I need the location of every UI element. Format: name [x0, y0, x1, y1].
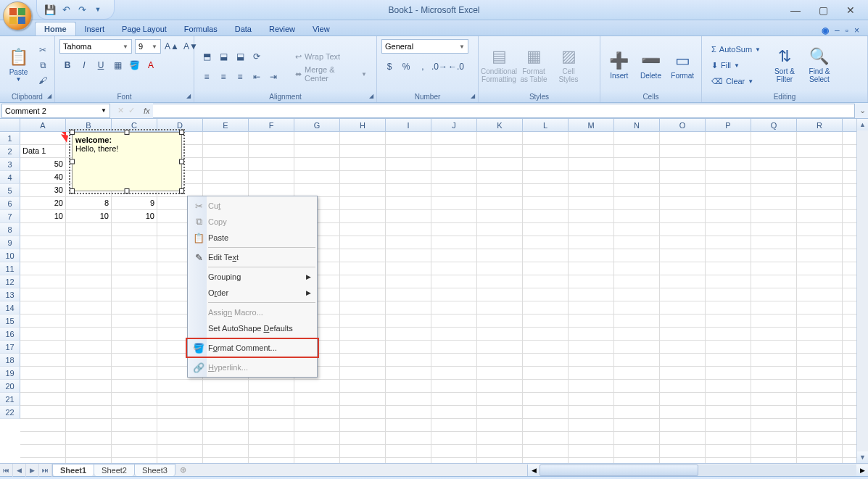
col-header-G[interactable]: G — [294, 119, 340, 131]
scroll-right-icon[interactable]: ▶ — [856, 465, 868, 476]
fill-button[interactable]: ⬇Fill▼ — [706, 58, 766, 72]
row-header-18[interactable]: 18 — [0, 354, 20, 367]
comma-button[interactable]: , — [415, 59, 431, 74]
row-header-15[interactable]: 15 — [0, 315, 20, 328]
autosum-button[interactable]: ΣAutoSum▼ — [706, 42, 766, 57]
minimize-ribbon-icon[interactable]: – — [835, 25, 840, 36]
col-header-C[interactable]: C — [112, 119, 157, 131]
resize-handle[interactable] — [70, 130, 75, 135]
restore-workbook-icon[interactable]: ▫ — [846, 25, 848, 36]
row-header-7[interactable]: 7 — [0, 210, 20, 223]
sheet-tab-3[interactable]: Sheet3 — [134, 464, 175, 476]
resize-handle[interactable] — [179, 130, 184, 135]
menu-edit-text[interactable]: ✎Edit Text — [188, 249, 317, 265]
resize-handle[interactable] — [179, 188, 184, 193]
enter-formula-icon[interactable]: ✓ — [128, 106, 135, 115]
cell-A5[interactable]: 30 — [20, 184, 65, 196]
col-header-P[interactable]: P — [706, 119, 751, 131]
col-header-A[interactable]: A — [20, 119, 66, 131]
menu-hyperlink[interactable]: 🔗Hyperlink... — [188, 359, 317, 375]
number-format-combo[interactable]: General▼ — [381, 39, 468, 54]
decrease-indent-button[interactable]: ⇤ — [249, 70, 265, 84]
minimize-button[interactable]: — — [788, 4, 803, 16]
sort-filter-button[interactable]: ⇅Sort & Filter — [769, 41, 801, 89]
format-cells-button[interactable]: ▭Format — [668, 41, 697, 89]
row-header-12[interactable]: 12 — [0, 275, 20, 288]
row-header-13[interactable]: 13 — [0, 288, 20, 301]
tab-home[interactable]: Home — [35, 22, 76, 36]
align-middle-button[interactable]: ⬓ — [215, 49, 231, 64]
border-button[interactable]: ▦ — [109, 58, 125, 72]
delete-cells-button[interactable]: ➖Delete — [637, 41, 666, 89]
format-as-table-button[interactable]: ▦Format as Table — [518, 41, 550, 89]
copy-button[interactable]: ⧉ — [36, 59, 50, 72]
number-launcher-icon[interactable]: ◢ — [471, 93, 475, 99]
col-header-F[interactable]: F — [249, 119, 294, 131]
qat-customize-icon[interactable]: ▼ — [92, 4, 104, 15]
resize-handle[interactable] — [125, 130, 130, 135]
align-right-button[interactable]: ≡ — [232, 70, 248, 84]
formula-input[interactable] — [153, 104, 855, 118]
row-header-21[interactable]: 21 — [0, 393, 20, 406]
comment-box[interactable]: welcome: Hello, there! — [72, 132, 182, 191]
menu-grouping[interactable]: Grouping▶ — [188, 269, 317, 285]
office-button[interactable] — [3, 1, 32, 30]
increase-indent-button[interactable]: ⇥ — [265, 70, 281, 84]
tab-formulas[interactable]: Formulas — [175, 22, 226, 36]
expand-formula-bar-icon[interactable]: ⌄ — [856, 106, 868, 115]
row-header-4[interactable]: 4 — [0, 171, 20, 184]
resize-handle[interactable] — [125, 188, 130, 193]
spreadsheet-grid[interactable]: ABCDEFGHIJKLMNOPQR 123456789101112131415… — [0, 119, 868, 463]
col-header-J[interactable]: J — [431, 119, 477, 131]
menu-assign-macro[interactable]: Assign Macro... — [188, 304, 317, 320]
vertical-scrollbar[interactable]: ▲ ▼ — [856, 119, 868, 463]
help-icon[interactable]: ◉ — [822, 25, 829, 36]
format-painter-button[interactable]: 🖌 — [36, 74, 50, 87]
maximize-button[interactable]: ▢ — [816, 4, 830, 16]
col-header-N[interactable]: N — [614, 119, 660, 131]
resize-handle[interactable] — [70, 188, 75, 193]
resize-handle[interactable] — [179, 159, 184, 164]
increase-decimal-button[interactable]: .0→ — [431, 59, 447, 74]
name-box[interactable]: Comment 2▼ — [1, 104, 110, 118]
cell-C6[interactable]: 9 — [112, 197, 157, 209]
resize-handle[interactable] — [70, 159, 75, 164]
cell-B6[interactable]: 8 — [66, 197, 111, 209]
cell-A2[interactable]: Data 1 — [20, 145, 65, 157]
align-center-button[interactable]: ≡ — [215, 70, 231, 84]
currency-button[interactable]: $ — [381, 59, 397, 74]
sheet-nav-prev-icon[interactable]: ◀ — [13, 464, 26, 477]
row-header-10[interactable]: 10 — [0, 249, 20, 262]
col-header-M[interactable]: M — [569, 119, 614, 131]
sheet-nav-next-icon[interactable]: ▶ — [26, 464, 39, 477]
row-header-8[interactable]: 8 — [0, 223, 20, 236]
tab-data[interactable]: Data — [226, 22, 260, 36]
row-header-11[interactable]: 11 — [0, 262, 20, 275]
col-header-O[interactable]: O — [660, 119, 706, 131]
row-header-17[interactable]: 17 — [0, 341, 20, 354]
merge-center-button[interactable]: ⬌Merge & Center▼ — [290, 67, 372, 81]
row-header-5[interactable]: 5 — [0, 184, 20, 197]
font-size-combo[interactable]: 9▼ — [135, 39, 161, 54]
sheet-nav-first-icon[interactable]: ⏮ — [0, 464, 13, 477]
row-header-1[interactable]: 1 — [0, 132, 20, 145]
cut-button[interactable]: ✂ — [36, 43, 50, 57]
row-header-2[interactable]: 2 — [0, 145, 20, 158]
italic-button[interactable]: I — [76, 58, 92, 72]
menu-copy[interactable]: ⧉Copy — [188, 214, 317, 230]
col-header-H[interactable]: H — [340, 119, 386, 131]
scroll-down-icon[interactable]: ▼ — [857, 451, 868, 463]
decrease-decimal-button[interactable]: ←.0 — [448, 59, 464, 74]
align-bottom-button[interactable]: ⬓ — [232, 49, 248, 64]
col-header-Q[interactable]: Q — [751, 119, 797, 131]
col-header-R[interactable]: R — [797, 119, 843, 131]
cell-A4[interactable]: 40 — [20, 171, 65, 183]
col-header-I[interactable]: I — [386, 119, 431, 131]
find-select-button[interactable]: 🔍Find & Select — [803, 41, 835, 89]
save-icon[interactable]: 💾 — [44, 4, 56, 15]
tab-review[interactable]: Review — [260, 22, 304, 36]
grow-font-button[interactable]: A▲ — [164, 39, 180, 54]
insert-sheet-icon[interactable]: ⊕ — [175, 464, 191, 476]
cell-C7[interactable]: 10 — [112, 210, 157, 222]
orientation-button[interactable]: ⟳ — [249, 49, 265, 64]
